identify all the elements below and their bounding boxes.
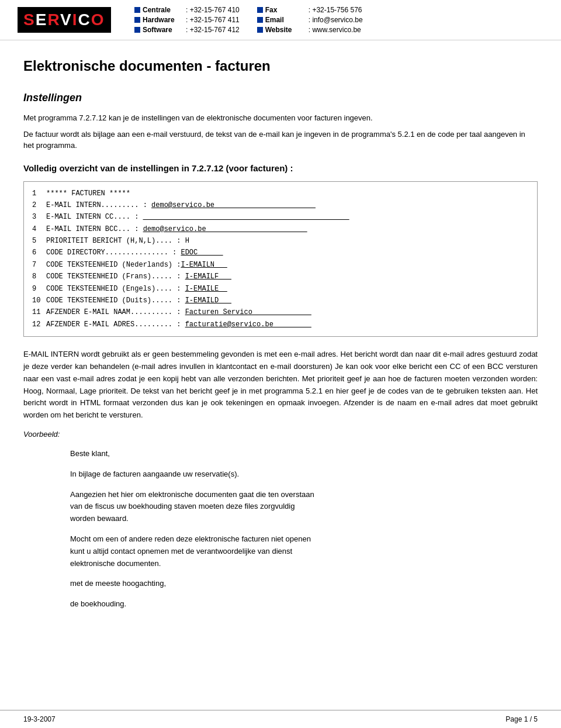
code-line-1: 1 ***** FACTUREN ***** bbox=[32, 188, 529, 199]
contact-website: Website : www.servico.be bbox=[257, 26, 363, 34]
bullet-icon bbox=[134, 17, 140, 23]
main-content: Elektronische documenten - facturen Inst… bbox=[0, 40, 561, 654]
code-line-11: 11 AFZENDER E-MAIL NAAM.......... : Fact… bbox=[32, 306, 529, 318]
bullet-icon bbox=[257, 17, 263, 23]
software-value: : +32-15-767 412 bbox=[186, 26, 240, 34]
code-line-7: 7 CODE TEKSTEENHEID (Nederlands) :I-EMAI… bbox=[32, 259, 529, 271]
code-line-10: 10 CODE TEKSTEENHEID (Duits)..... : I-EM… bbox=[32, 295, 529, 306]
contact-centrale: Centrale : +32-15-767 410 bbox=[134, 6, 240, 14]
example-line-4: Mocht om een of andere reden deze elektr… bbox=[70, 533, 538, 570]
contact-col-right: Fax : +32-15-756 576 Email : info@servic… bbox=[257, 6, 363, 34]
code-line-6: 6 CODE DIRECTORY............... : EDOC__… bbox=[32, 247, 529, 258]
body-paragraph: E-MAIL INTERN wordt gebruikt als er geen… bbox=[23, 349, 538, 422]
centrale-label: Centrale bbox=[143, 6, 183, 14]
website-label: Website bbox=[265, 26, 306, 34]
company-logo: SERVICO bbox=[18, 7, 111, 33]
email-value: : info@servico.be bbox=[309, 16, 363, 24]
contact-col-left: Centrale : +32-15-767 410 Hardware : +32… bbox=[134, 6, 240, 34]
fax-label: Fax bbox=[265, 6, 306, 14]
page-header: SERVICO Centrale : +32-15-767 410 Hardwa… bbox=[0, 0, 561, 40]
intro-paragraph-2: De factuur wordt als bijlage aan een e-m… bbox=[23, 129, 538, 151]
bullet-icon bbox=[257, 27, 263, 33]
fax-value: : +32-15-756 576 bbox=[309, 6, 362, 14]
contact-hardware: Hardware : +32-15-767 411 bbox=[134, 16, 240, 24]
intro-paragraph-1: Met programma 7.2.7.12 kan je de instell… bbox=[23, 112, 538, 124]
hardware-label: Hardware bbox=[143, 16, 183, 24]
code-settings-box: 1 ***** FACTUREN ***** 2 E-MAIL INTERN..… bbox=[23, 181, 538, 337]
page-footer: 19-3-2007 Page 1 / 5 bbox=[0, 710, 561, 728]
code-line-3: 3 E-MAIL INTERN CC.... : _______________… bbox=[32, 211, 529, 223]
bullet-icon bbox=[134, 27, 140, 33]
code-line-12: 12 AFZENDER E-MAIL ADRES......... : fact… bbox=[32, 319, 529, 330]
website-value: : www.servico.be bbox=[309, 26, 361, 34]
footer-page-info: Page 1 / 5 bbox=[505, 715, 538, 723]
bullet-icon bbox=[134, 7, 140, 13]
code-line-5: 5 PRIORITEIT BERICHT (H,N,L).... : H bbox=[32, 235, 529, 247]
software-label: Software bbox=[143, 26, 183, 34]
email-label: Email bbox=[265, 16, 306, 24]
example-line-1: Beste klant, bbox=[70, 448, 538, 460]
footer-date: 19-3-2007 bbox=[23, 715, 56, 723]
example-line-2: In bijlage de facturen aangaande uw rese… bbox=[70, 468, 538, 481]
code-line-2: 2 E-MAIL INTERN......... : demo@servico.… bbox=[32, 199, 529, 211]
example-label: Voorbeeld: bbox=[23, 430, 538, 439]
page-title: Elektronische documenten - facturen bbox=[23, 58, 538, 74]
example-content: Beste klant, In bijlage de facturen aang… bbox=[70, 448, 538, 610]
code-line-8: 8 CODE TEKSTEENHEID (Frans)..... : I-EMA… bbox=[32, 271, 529, 282]
centrale-value: : +32-15-767 410 bbox=[186, 6, 240, 14]
code-line-4: 4 E-MAIL INTERN BCC... : demo@servico.be… bbox=[32, 223, 529, 235]
example-line-6: de boekhouding. bbox=[70, 598, 538, 610]
section-heading: Instellingen bbox=[23, 92, 538, 104]
example-line-3: Aangezien het hier om elektronische docu… bbox=[70, 489, 538, 525]
bullet-icon bbox=[257, 7, 263, 13]
contact-software: Software : +32-15-767 412 bbox=[134, 26, 240, 34]
subsection-heading: Volledig overzicht van de instellingen i… bbox=[23, 163, 538, 173]
contact-fax: Fax : +32-15-756 576 bbox=[257, 6, 363, 14]
code-line-9: 9 CODE TEKSTEENHEID (Engels).... : I-EMA… bbox=[32, 283, 529, 295]
contact-email: Email : info@servico.be bbox=[257, 16, 363, 24]
example-line-5: met de meeste hoogachting, bbox=[70, 578, 538, 590]
hardware-value: : +32-15-767 411 bbox=[186, 16, 240, 24]
logo-area: SERVICO bbox=[18, 7, 134, 33]
contact-info: Centrale : +32-15-767 410 Hardware : +32… bbox=[134, 6, 543, 34]
